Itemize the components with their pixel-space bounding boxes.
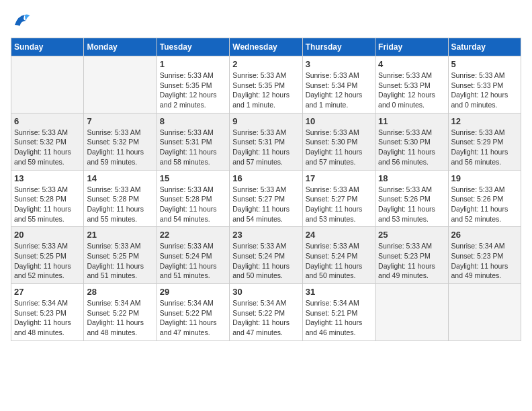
page-header (11, 11, 521, 31)
day-number: 22 (160, 230, 226, 240)
calendar-cell: 18Sunrise: 5:33 AMSunset: 5:26 PMDayligh… (375, 170, 448, 227)
day-number: 15 (160, 173, 226, 183)
cell-details: Sunrise: 5:33 AMSunset: 5:33 PMDaylight:… (451, 71, 518, 110)
calendar-week-row: 6Sunrise: 5:33 AMSunset: 5:32 PMDaylight… (11, 113, 521, 170)
calendar-table: SundayMondayTuesdayWednesdayThursdayFrid… (11, 38, 521, 341)
cell-details: Sunrise: 5:33 AMSunset: 5:26 PMDaylight:… (451, 185, 518, 224)
day-number: 17 (306, 173, 372, 183)
day-number: 20 (14, 230, 81, 240)
calendar-cell: 3Sunrise: 5:33 AMSunset: 5:34 PMDaylight… (302, 56, 375, 113)
cell-details: Sunrise: 5:33 AMSunset: 5:24 PMDaylight:… (232, 241, 299, 281)
calendar-cell: 6Sunrise: 5:33 AMSunset: 5:32 PMDaylight… (11, 113, 84, 170)
calendar-cell: 2Sunrise: 5:33 AMSunset: 5:35 PMDaylight… (230, 56, 302, 113)
logo (11, 11, 34, 31)
calendar-cell: 24Sunrise: 5:33 AMSunset: 5:24 PMDayligh… (302, 227, 375, 284)
day-number: 4 (378, 59, 445, 69)
day-number: 27 (14, 287, 81, 297)
cell-details: Sunrise: 5:33 AMSunset: 5:35 PMDaylight:… (232, 71, 299, 110)
calendar-cell: 26Sunrise: 5:34 AMSunset: 5:23 PMDayligh… (448, 227, 521, 284)
cell-details: Sunrise: 5:33 AMSunset: 5:35 PMDaylight:… (160, 71, 226, 110)
day-number: 1 (160, 59, 226, 69)
day-number: 30 (232, 287, 299, 297)
weekday-header-sunday: Sunday (11, 38, 84, 56)
day-number: 13 (14, 173, 81, 183)
day-number: 7 (87, 116, 153, 126)
cell-details: Sunrise: 5:33 AMSunset: 5:25 PMDaylight:… (87, 241, 153, 281)
cell-details: Sunrise: 5:33 AMSunset: 5:31 PMDaylight:… (232, 128, 299, 167)
cell-details: Sunrise: 5:33 AMSunset: 5:24 PMDaylight:… (160, 241, 226, 281)
calendar-cell: 17Sunrise: 5:33 AMSunset: 5:27 PMDayligh… (302, 170, 375, 227)
cell-details: Sunrise: 5:33 AMSunset: 5:27 PMDaylight:… (232, 185, 299, 224)
day-number: 11 (378, 116, 445, 126)
cell-details: Sunrise: 5:33 AMSunset: 5:29 PMDaylight:… (451, 128, 518, 167)
cell-details: Sunrise: 5:33 AMSunset: 5:27 PMDaylight:… (306, 185, 372, 224)
calendar-week-row: 13Sunrise: 5:33 AMSunset: 5:28 PMDayligh… (11, 170, 521, 227)
cell-details: Sunrise: 5:33 AMSunset: 5:32 PMDaylight:… (14, 128, 81, 167)
cell-details: Sunrise: 5:33 AMSunset: 5:32 PMDaylight:… (87, 128, 153, 167)
calendar-cell (375, 284, 448, 341)
calendar-cell: 21Sunrise: 5:33 AMSunset: 5:25 PMDayligh… (84, 227, 157, 284)
day-number: 28 (87, 287, 153, 297)
day-number: 18 (378, 173, 445, 183)
calendar-week-row: 27Sunrise: 5:34 AMSunset: 5:23 PMDayligh… (11, 284, 521, 341)
cell-details: Sunrise: 5:33 AMSunset: 5:25 PMDaylight:… (14, 241, 81, 281)
calendar-cell: 16Sunrise: 5:33 AMSunset: 5:27 PMDayligh… (230, 170, 302, 227)
calendar-cell: 4Sunrise: 5:33 AMSunset: 5:33 PMDaylight… (375, 56, 448, 113)
cell-details: Sunrise: 5:34 AMSunset: 5:22 PMDaylight:… (232, 298, 299, 338)
calendar-cell: 8Sunrise: 5:33 AMSunset: 5:31 PMDaylight… (157, 113, 229, 170)
cell-details: Sunrise: 5:33 AMSunset: 5:28 PMDaylight:… (160, 185, 226, 224)
day-number: 12 (451, 116, 518, 126)
calendar-week-row: 1Sunrise: 5:33 AMSunset: 5:35 PMDaylight… (11, 56, 521, 113)
cell-details: Sunrise: 5:33 AMSunset: 5:23 PMDaylight:… (378, 241, 445, 281)
day-number: 31 (306, 287, 372, 297)
calendar-cell (84, 56, 157, 113)
day-number: 21 (87, 230, 153, 240)
calendar-cell: 9Sunrise: 5:33 AMSunset: 5:31 PMDaylight… (230, 113, 302, 170)
calendar-cell: 19Sunrise: 5:33 AMSunset: 5:26 PMDayligh… (448, 170, 521, 227)
weekday-header-friday: Friday (375, 38, 448, 56)
day-number: 10 (306, 116, 372, 126)
cell-details: Sunrise: 5:34 AMSunset: 5:23 PMDaylight:… (14, 298, 81, 338)
day-number: 19 (451, 173, 518, 183)
calendar-cell: 27Sunrise: 5:34 AMSunset: 5:23 PMDayligh… (11, 284, 84, 341)
day-number: 16 (232, 173, 299, 183)
day-number: 29 (160, 287, 226, 297)
day-number: 2 (232, 59, 299, 69)
calendar-cell: 12Sunrise: 5:33 AMSunset: 5:29 PMDayligh… (448, 113, 521, 170)
calendar-cell: 5Sunrise: 5:33 AMSunset: 5:33 PMDaylight… (448, 56, 521, 113)
weekday-header-saturday: Saturday (448, 38, 521, 56)
cell-details: Sunrise: 5:34 AMSunset: 5:21 PMDaylight:… (306, 298, 372, 338)
calendar-cell: 10Sunrise: 5:33 AMSunset: 5:30 PMDayligh… (302, 113, 375, 170)
calendar-cell: 14Sunrise: 5:33 AMSunset: 5:28 PMDayligh… (84, 170, 157, 227)
day-number: 3 (306, 59, 372, 69)
cell-details: Sunrise: 5:33 AMSunset: 5:34 PMDaylight:… (306, 71, 372, 110)
day-number: 14 (87, 173, 153, 183)
day-number: 9 (232, 116, 299, 126)
cell-details: Sunrise: 5:33 AMSunset: 5:31 PMDaylight:… (160, 128, 226, 167)
weekday-header-monday: Monday (84, 38, 157, 56)
day-number: 25 (378, 230, 445, 240)
calendar-cell (11, 56, 84, 113)
calendar-cell: 25Sunrise: 5:33 AMSunset: 5:23 PMDayligh… (375, 227, 448, 284)
cell-details: Sunrise: 5:33 AMSunset: 5:30 PMDaylight:… (378, 128, 445, 167)
day-number: 6 (14, 116, 81, 126)
cell-details: Sunrise: 5:33 AMSunset: 5:28 PMDaylight:… (14, 185, 81, 224)
calendar-cell: 7Sunrise: 5:33 AMSunset: 5:32 PMDaylight… (84, 113, 157, 170)
calendar-week-row: 20Sunrise: 5:33 AMSunset: 5:25 PMDayligh… (11, 227, 521, 284)
calendar-cell: 22Sunrise: 5:33 AMSunset: 5:24 PMDayligh… (157, 227, 229, 284)
calendar-cell: 15Sunrise: 5:33 AMSunset: 5:28 PMDayligh… (157, 170, 229, 227)
weekday-header-thursday: Thursday (302, 38, 375, 56)
calendar-cell: 11Sunrise: 5:33 AMSunset: 5:30 PMDayligh… (375, 113, 448, 170)
logo-bird-icon (11, 11, 31, 31)
cell-details: Sunrise: 5:33 AMSunset: 5:30 PMDaylight:… (306, 128, 372, 167)
cell-details: Sunrise: 5:33 AMSunset: 5:33 PMDaylight:… (378, 71, 445, 110)
weekday-header-tuesday: Tuesday (157, 38, 229, 56)
weekday-header-wednesday: Wednesday (230, 38, 302, 56)
cell-details: Sunrise: 5:34 AMSunset: 5:22 PMDaylight:… (87, 298, 153, 338)
calendar-cell: 29Sunrise: 5:34 AMSunset: 5:22 PMDayligh… (157, 284, 229, 341)
calendar-cell: 1Sunrise: 5:33 AMSunset: 5:35 PMDaylight… (157, 56, 229, 113)
calendar-header-row: SundayMondayTuesdayWednesdayThursdayFrid… (11, 38, 521, 56)
calendar-cell: 13Sunrise: 5:33 AMSunset: 5:28 PMDayligh… (11, 170, 84, 227)
calendar-cell: 28Sunrise: 5:34 AMSunset: 5:22 PMDayligh… (84, 284, 157, 341)
calendar-cell: 20Sunrise: 5:33 AMSunset: 5:25 PMDayligh… (11, 227, 84, 284)
